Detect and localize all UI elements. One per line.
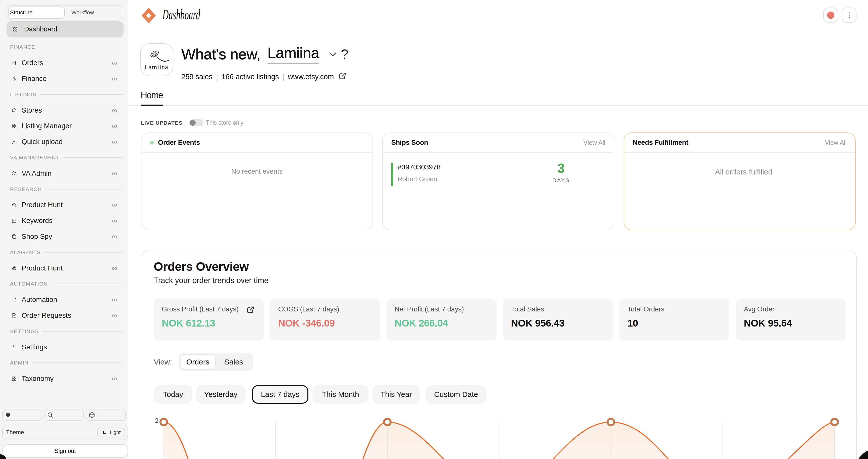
svg-text:Lamiina: Lamiina <box>144 63 168 71</box>
